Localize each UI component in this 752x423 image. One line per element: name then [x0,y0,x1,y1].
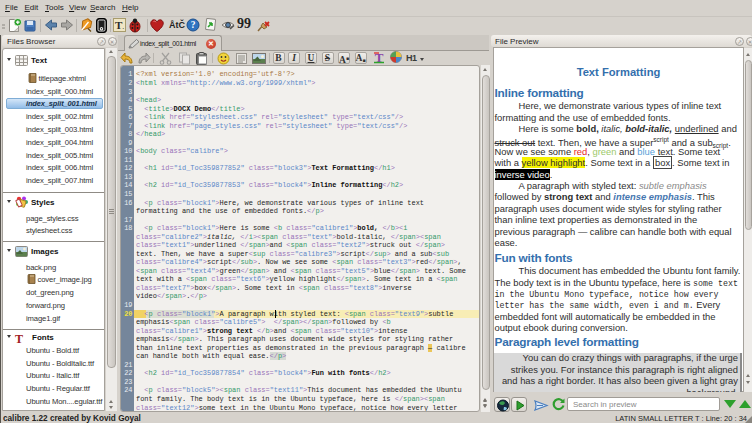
svg-text:?: ? [191,20,196,30]
